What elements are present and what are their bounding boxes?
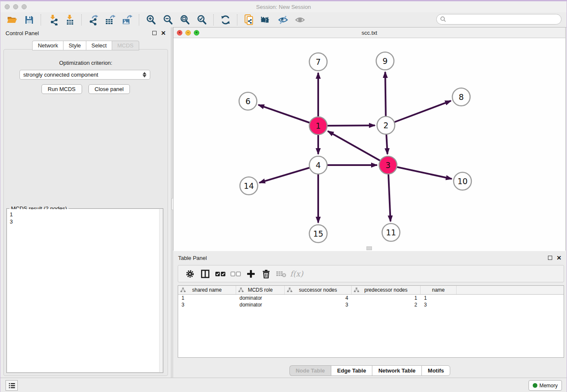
graph-node-7[interactable]: 7 — [309, 53, 327, 71]
zoom-out-button[interactable] — [162, 14, 174, 26]
node-table[interactable]: shared name MCDS role successor nodes pr… — [178, 285, 564, 358]
graph-edge-3-10[interactable] — [388, 165, 452, 179]
hierarchy-icon — [287, 287, 292, 293]
network-graph[interactable]: 7968124314101511 — [173, 38, 566, 251]
apply-function-button[interactable]: f(x) — [289, 269, 304, 278]
memory-status-icon — [533, 383, 537, 388]
criterion-value: strongly connected component — [23, 72, 98, 78]
tab-select[interactable]: Select — [86, 41, 112, 50]
cell-name[interactable]: 1 — [421, 295, 457, 301]
graph-node-11[interactable]: 11 — [382, 224, 400, 241]
save-session-button[interactable] — [23, 14, 36, 26]
criterion-dropdown[interactable]: strongly connected component — [19, 70, 150, 80]
tab-network-table[interactable]: Network Table — [372, 365, 421, 376]
close-table-panel-icon[interactable]: ✕ — [556, 256, 561, 260]
import-table-button[interactable] — [63, 14, 76, 26]
close-panel-button[interactable]: Close panel — [88, 84, 130, 94]
cell-shared-name[interactable]: 3 — [178, 301, 236, 308]
canvas-resize-grip[interactable] — [366, 246, 372, 250]
graph-node-8[interactable]: 8 — [452, 88, 470, 106]
column-header-mcds-role[interactable]: MCDS role — [236, 286, 285, 294]
unchecked-boxes-icon — [230, 271, 241, 277]
export-table-icon — [105, 14, 116, 25]
table-settings-button[interactable] — [182, 269, 198, 279]
result-scrollbar[interactable] — [159, 209, 162, 372]
graph-node-6[interactable]: 6 — [239, 92, 257, 110]
graph-edge-1-6[interactable] — [259, 105, 318, 126]
network-window: × − + scc.txt 7968124314101511 — [173, 27, 566, 251]
cell-successor-nodes[interactable]: 3 — [285, 301, 352, 308]
refresh-button[interactable] — [219, 14, 232, 26]
graph-node-3[interactable]: 3 — [379, 156, 397, 174]
table-row[interactable]: 3 dominator 3 2 3 — [178, 301, 564, 308]
cell-mcds-role[interactable]: dominator — [236, 301, 285, 308]
tab-style[interactable]: Style — [63, 41, 86, 50]
graph-node-4[interactable]: 4 — [309, 156, 327, 174]
graph-node-10[interactable]: 10 — [454, 172, 471, 190]
table-row[interactable]: 1 dominator 4 1 1 — [178, 295, 564, 301]
export-network-button[interactable] — [87, 14, 100, 26]
graph-node-label: 10 — [457, 177, 468, 186]
export-image-button[interactable] — [121, 14, 134, 26]
deselect-all-button[interactable] — [228, 271, 243, 277]
delete-table-button[interactable] — [274, 270, 289, 278]
network-window-titlebar[interactable]: × − + scc.txt — [173, 28, 565, 38]
zoom-selected-button[interactable] — [195, 14, 208, 26]
column-header-name[interactable]: name — [421, 286, 457, 294]
float-panel-icon[interactable] — [152, 31, 157, 35]
clone-network-button[interactable] — [243, 14, 256, 26]
task-history-button[interactable] — [6, 380, 18, 391]
tab-mcds[interactable]: MCDS — [112, 41, 139, 50]
column-header-shared-name[interactable]: shared name — [178, 286, 236, 294]
float-table-panel-icon[interactable] — [548, 256, 552, 260]
cell-predecessor-nodes[interactable]: 1 — [352, 295, 421, 301]
checked-boxes-icon — [215, 271, 226, 277]
toolbar-separator — [139, 14, 140, 25]
cell-mcds-role[interactable]: dominator — [236, 295, 285, 301]
search-field[interactable] — [436, 14, 561, 25]
mcds-result-text[interactable]: 1 3 — [7, 209, 162, 372]
export-table-button[interactable] — [104, 14, 117, 26]
graph-edge-3-1[interactable] — [328, 131, 388, 165]
zoom-selected-icon — [196, 14, 207, 25]
zoom-in-icon — [146, 14, 157, 25]
tab-motifs[interactable]: Motifs — [421, 365, 450, 376]
column-header-predecessor-nodes[interactable]: predecessor nodes — [352, 286, 421, 294]
toolbar-separator — [213, 14, 214, 25]
delete-row-button[interactable] — [259, 269, 274, 279]
network-canvas[interactable]: 7968124314101511 — [173, 38, 565, 251]
tab-node-table[interactable]: Node Table — [289, 365, 331, 376]
select-all-button[interactable] — [213, 271, 228, 277]
hide-graphics-button[interactable] — [277, 14, 289, 26]
toolbar-separator — [81, 14, 82, 25]
cell-successor-nodes[interactable]: 4 — [285, 295, 352, 301]
graph-edge-2-8[interactable] — [386, 101, 451, 125]
fx-icon: f(x) — [290, 269, 303, 278]
toolbar-separator — [237, 14, 238, 25]
cell-name[interactable]: 3 — [421, 301, 457, 308]
tab-network[interactable]: Network — [32, 41, 63, 50]
show-all-networks-button[interactable] — [260, 14, 272, 26]
close-panel-icon[interactable]: ✕ — [161, 31, 166, 35]
graph-node-1[interactable]: 1 — [309, 117, 327, 135]
table-header-row: shared name MCDS role successor nodes pr… — [178, 286, 564, 295]
graph-node-2[interactable]: 2 — [377, 116, 395, 134]
tab-edge-table[interactable]: Edge Table — [331, 365, 372, 376]
cell-shared-name[interactable]: 1 — [178, 295, 236, 301]
table-tabs: Node Table Edge Table Network Table Moti… — [173, 365, 567, 376]
graph-node-15[interactable]: 15 — [309, 225, 327, 243]
import-network-button[interactable] — [47, 14, 59, 26]
cell-predecessor-nodes[interactable]: 2 — [352, 301, 421, 308]
show-columns-button[interactable] — [198, 269, 213, 279]
graph-node-9[interactable]: 9 — [376, 52, 394, 70]
column-header-successor-nodes[interactable]: successor nodes — [285, 286, 352, 294]
add-row-button[interactable] — [243, 269, 259, 279]
optimization-criterion-label: Optimization criterion: — [4, 60, 168, 66]
graph-node-14[interactable]: 14 — [240, 177, 258, 195]
zoom-fit-button[interactable] — [179, 14, 191, 26]
zoom-in-button[interactable] — [145, 14, 157, 26]
memory-button[interactable]: Memory — [528, 380, 562, 391]
show-graphics-button[interactable] — [294, 14, 306, 26]
run-mcds-button[interactable]: Run MCDS — [41, 84, 82, 94]
open-file-button[interactable] — [6, 14, 19, 26]
